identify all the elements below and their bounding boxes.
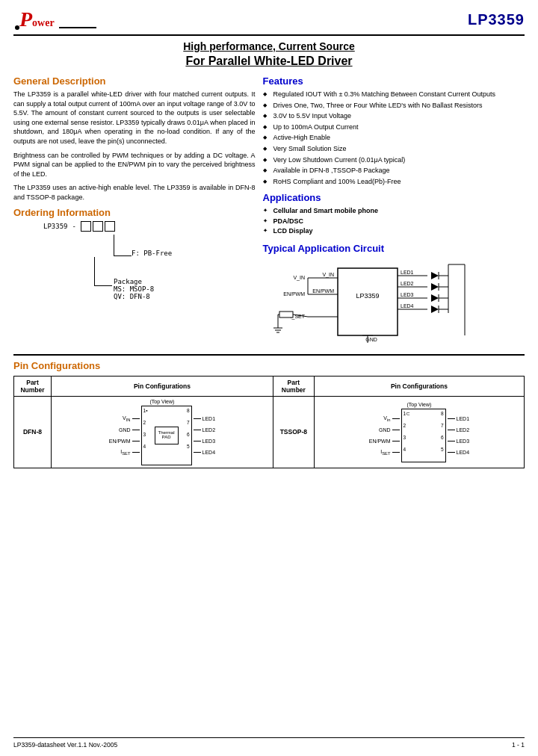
applications-heading: Applications <box>263 192 525 203</box>
svg-text:EN/PWM: EN/PWM <box>283 291 305 297</box>
features-heading: Features <box>263 75 525 87</box>
svg-rect-10 <box>279 312 293 317</box>
tssop-top-view: (Top View) <box>406 402 431 407</box>
svg-rect-0 <box>338 268 398 335</box>
header: P ower LP3359 <box>13 7 525 36</box>
pin-configurations-section: Pin Configurations Part Number Pin Confi… <box>13 354 525 468</box>
right-column: Features Regulated IOUT With ± 0.3% Matc… <box>263 75 525 347</box>
feature-item: RoHS Compliant and 100% Lead(Pb)-Free <box>263 177 525 187</box>
title-section: High performance, Current Source For Par… <box>13 40 525 68</box>
general-description-para2: Brightness can be controlled by PWM tech… <box>13 151 256 179</box>
svg-marker-31 <box>431 294 439 302</box>
svg-marker-25 <box>431 272 439 279</box>
circuit-diagram: LP3359 V_IN V_IN EN/PWM EN/PWM I_SET <box>263 257 525 347</box>
footer-right: 1 - 1 <box>512 741 525 749</box>
title-main: High performance, Current Source <box>13 40 525 52</box>
table-row: DFN-8 (Top View) VIN <box>14 396 525 468</box>
typical-circuit-section: Typical Application Circuit LP3359 V_IN … <box>263 243 525 347</box>
feature-item: Up to 100mA Output Current <box>263 123 525 132</box>
app-item: PDA/DSC <box>263 217 525 227</box>
general-description-para3: The LP3359 uses an active-high enable le… <box>13 183 256 202</box>
svg-text:LED1: LED1 <box>401 270 414 275</box>
app-item: Cellular and Smart mobile phone <box>263 206 525 217</box>
logo-ower-text: ower <box>32 17 55 29</box>
general-description-heading: General Description <box>13 75 256 87</box>
logo-p-letter: P <box>19 7 32 31</box>
svg-marker-34 <box>431 306 439 313</box>
general-description-section: General Description The LP3359 is a para… <box>13 75 256 202</box>
thermal-pad: ThermalPAD <box>155 427 179 444</box>
feature-item: Available in DFN-8 ,TSSOP-8 Package <box>263 166 525 176</box>
svg-text:LED2: LED2 <box>401 281 414 286</box>
ordering-heading: Ordering Information <box>13 207 256 218</box>
feature-item: Active-High Enable <box>263 133 525 143</box>
ordering-dash: - <box>72 223 76 230</box>
ordering-part: LP3359 <box>43 223 68 230</box>
dfn8-label: DFN-8 <box>14 396 52 468</box>
features-list: Regulated IOUT With ± 0.3% Matching Betw… <box>263 90 525 186</box>
logo: P ower <box>13 7 96 31</box>
svg-marker-28 <box>431 283 439 291</box>
feature-item: Drives One, Two, Three or Four White LED… <box>263 101 525 111</box>
ordering-section: Ordering Information LP3359 - <box>13 207 256 285</box>
pin-table: Part Number Pin Configurations Part Numb… <box>13 376 525 468</box>
col-pin-config-1: Pin Configurations <box>52 376 273 396</box>
dfn-top-view: (Top View) <box>149 399 174 404</box>
svg-text:EN/PWM: EN/PWM <box>312 288 334 294</box>
part-number-header: LP3359 <box>468 11 525 28</box>
applications-section: Applications Cellular and Smart mobile p… <box>263 192 525 237</box>
applications-list: Cellular and Smart mobile phone PDA/DSC … <box>263 206 525 237</box>
typical-circuit-heading: Typical Application Circuit <box>263 243 525 254</box>
pin-configurations-heading: Pin Configurations <box>13 360 525 371</box>
col-part-number-1: Part Number <box>14 376 52 396</box>
footer-left: LP3359-datasheet Ver.1.1 Nov.-2005 <box>13 741 117 749</box>
ordering-package-note: Package MS: MSOP-8 QV: DFN-8 <box>114 278 154 300</box>
feature-item: Regulated IOUT With ± 0.3% Matching Betw… <box>263 90 525 99</box>
main-content: General Description The LP3359 is a para… <box>13 75 525 347</box>
col-pin-config-2: Pin Configurations <box>314 376 524 396</box>
left-column: General Description The LP3359 is a para… <box>13 75 256 347</box>
circuit-svg: LP3359 V_IN V_IN EN/PWM EN/PWM I_SET <box>263 257 517 347</box>
app-item: LCD Display <box>263 226 525 237</box>
footer: LP3359-datasheet Ver.1.1 Nov.-2005 1 - 1 <box>13 737 525 749</box>
svg-text:LED3: LED3 <box>401 292 414 297</box>
feature-item: 3.0V to 5.5V Input Voltage <box>263 111 525 121</box>
tssop8-label: TSSOP-8 <box>273 396 314 468</box>
general-description-para1: The LP3359 is a parallel white-LED drive… <box>13 90 256 146</box>
svg-text:LP3359: LP3359 <box>356 292 379 300</box>
dfn8-diagram: (Top View) VIN GND <box>52 396 273 468</box>
feature-item: Very Low Shutdown Current (0.01μA typica… <box>263 155 525 165</box>
svg-text:LED4: LED4 <box>401 303 414 309</box>
svg-text:V_IN: V_IN <box>322 272 334 278</box>
ordering-f-note: F: PB-Free <box>132 250 172 257</box>
page: P ower LP3359 High performance, Current … <box>0 0 538 756</box>
col-part-number-2: Part Number <box>273 376 314 396</box>
svg-text:V_IN: V_IN <box>293 275 305 281</box>
ordering-diagram: LP3359 - F: PB <box>43 221 256 285</box>
tssop8-diagram: (Top View) Vin GND <box>314 396 524 468</box>
features-section: Features Regulated IOUT With ± 0.3% Matc… <box>263 75 525 186</box>
feature-item: Very Small Solution Size <box>263 144 525 154</box>
title-sub: For Parallel White-LED Driver <box>13 55 525 68</box>
